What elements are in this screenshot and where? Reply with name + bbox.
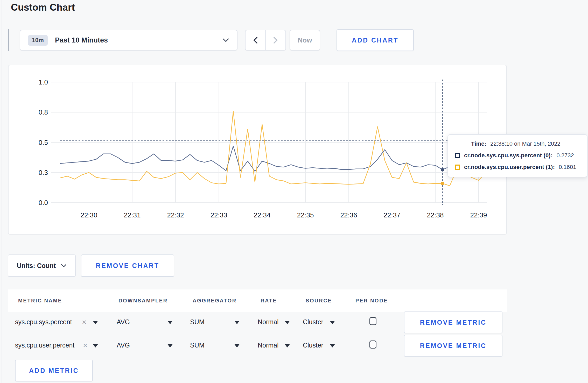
downsampler-select[interactable]: AVG <box>117 342 130 349</box>
time-pager <box>245 30 286 51</box>
col-header-per-node: PER NODE <box>355 298 388 304</box>
source-caret-icon[interactable] <box>330 344 335 347</box>
svg-text:22:36: 22:36 <box>340 211 357 219</box>
remove-chart-button[interactable]: REMOVE CHART <box>81 254 174 277</box>
clear-metric-icon[interactable]: × <box>82 318 87 326</box>
chevron-down-icon <box>222 38 229 42</box>
now-button[interactable]: Now <box>290 30 320 51</box>
aggregator-select[interactable]: SUM <box>190 318 205 326</box>
svg-text:22:38: 22:38 <box>427 211 444 219</box>
source-select[interactable]: Cluster <box>303 318 323 326</box>
rate-select[interactable]: Normal <box>258 342 279 349</box>
chart-tooltip: Time: 22:38:10 on Mar 15th, 2022 cr.node… <box>447 134 587 177</box>
chevron-right-icon <box>273 37 278 44</box>
rate-select[interactable]: Normal <box>258 318 279 326</box>
units-label: Units: Count <box>17 262 56 269</box>
custom-chart-page: Custom Chart 10m Past 10 Minutes Now ADD… <box>0 0 588 383</box>
col-header-metric-name: METRIC NAME <box>18 298 62 304</box>
remove-metric-button[interactable]: REMOVE METRIC <box>404 335 502 357</box>
svg-text:22:34: 22:34 <box>254 211 270 219</box>
tooltip-time-label: Time: <box>471 140 486 147</box>
col-header-downsampler: DOWNSAMPLER <box>118 298 168 304</box>
rate-caret-icon[interactable] <box>285 321 290 324</box>
tooltip-series-sys-value: 0.2732 <box>556 152 574 159</box>
svg-text:22:37: 22:37 <box>383 211 400 219</box>
source-select[interactable]: Cluster <box>303 342 323 349</box>
chart-svg[interactable]: 0.00.30.50.81.022:3022:3122:3222:3322:34… <box>9 65 506 234</box>
series-user-swatch-icon <box>455 165 460 170</box>
per-node-checkbox[interactable] <box>369 341 376 349</box>
aggregator-caret-icon[interactable] <box>234 321 240 324</box>
metrics-table-header: METRIC NAME DOWNSAMPLER AGGREGATOR RATE … <box>8 289 507 312</box>
clear-metric-icon[interactable]: × <box>83 342 88 349</box>
tooltip-time-value: 22:38:10 on Mar 15th, 2022 <box>490 140 560 147</box>
aggregator-select[interactable]: SUM <box>190 342 205 349</box>
svg-text:22:33: 22:33 <box>210 211 227 219</box>
svg-text:22:30: 22:30 <box>80 211 97 219</box>
metric-name-value[interactable]: sys.cpu.sys.percent <box>15 318 72 326</box>
svg-text:0.8: 0.8 <box>39 108 48 116</box>
col-header-rate: RATE <box>261 298 277 304</box>
tooltip-series-user-label: cr.node.sys.cpu.user.percent (1): <box>464 164 555 171</box>
metric-name-value[interactable]: sys.cpu.user.percent <box>15 342 74 349</box>
aggregator-caret-icon[interactable] <box>234 344 240 347</box>
col-header-source: SOURCE <box>306 298 332 304</box>
downsampler-caret-icon[interactable] <box>167 321 173 324</box>
time-range-badge: 10m <box>28 35 48 46</box>
page-left-border <box>2 0 2 383</box>
svg-text:1.0: 1.0 <box>39 78 48 86</box>
chevron-left-icon <box>253 37 258 44</box>
add-metric-button[interactable]: ADD METRIC <box>15 360 93 381</box>
series-sys-swatch-icon <box>455 153 460 158</box>
remove-metric-button[interactable]: REMOVE METRIC <box>404 311 502 333</box>
svg-text:0.3: 0.3 <box>39 169 48 176</box>
rate-caret-icon[interactable] <box>285 344 290 347</box>
prev-time-button[interactable] <box>246 30 265 50</box>
chevron-down-icon <box>61 264 67 267</box>
downsampler-select[interactable]: AVG <box>117 318 130 326</box>
tooltip-series-user-value: 0.1601 <box>559 164 576 171</box>
next-time-button[interactable] <box>265 30 285 50</box>
metric-name-caret-icon[interactable] <box>93 321 98 324</box>
units-dropdown[interactable]: Units: Count <box>8 254 76 277</box>
col-header-aggregator: AGGREGATOR <box>193 298 237 304</box>
tooltip-series-sys-label: cr.node.sys.cpu.sys.percent (0): <box>464 152 552 159</box>
svg-text:22:39: 22:39 <box>470 211 487 219</box>
time-range-label: Past 10 Minutes <box>55 36 108 44</box>
page-title: Custom Chart <box>11 2 75 13</box>
svg-text:22:32: 22:32 <box>167 211 184 219</box>
svg-text:22:31: 22:31 <box>124 211 141 219</box>
toolbar-divider <box>8 29 9 51</box>
time-range-dropdown[interactable]: 10m Past 10 Minutes <box>20 30 237 51</box>
metric-name-caret-icon[interactable] <box>93 344 98 347</box>
svg-text:0.0: 0.0 <box>39 199 48 207</box>
chart-card: 0.00.30.50.81.022:3022:3122:3222:3322:34… <box>8 65 507 235</box>
per-node-checkbox[interactable] <box>369 317 376 325</box>
svg-text:0.5: 0.5 <box>39 139 48 146</box>
downsampler-caret-icon[interactable] <box>167 344 173 347</box>
source-caret-icon[interactable] <box>330 321 335 324</box>
svg-text:22:35: 22:35 <box>297 211 314 219</box>
add-chart-button[interactable]: ADD CHART <box>337 29 414 51</box>
